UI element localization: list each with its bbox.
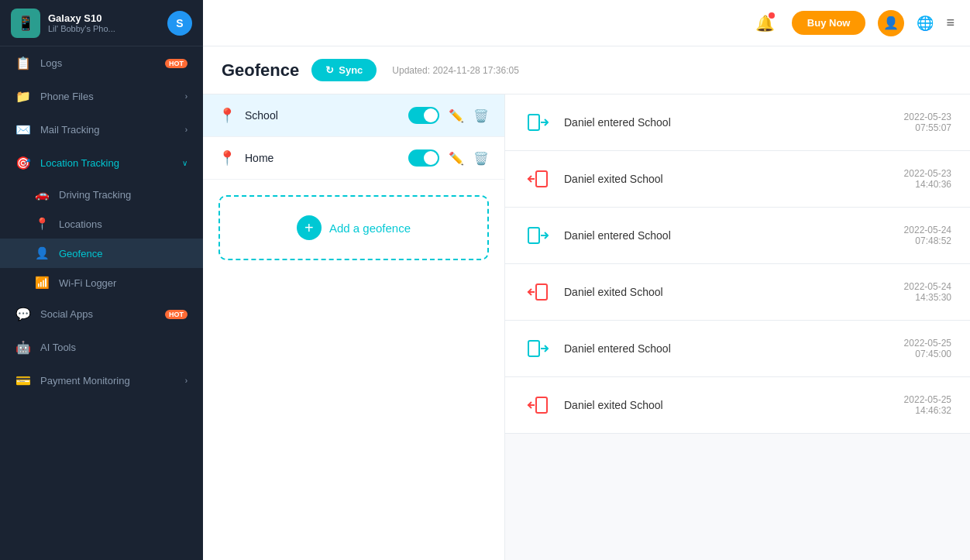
page-header: Geofence ↻ Sync Updated: 2024-11-28 17:3… — [203, 46, 970, 94]
notification-dot — [769, 12, 775, 19]
social-apps-hot-badge: HOT — [165, 310, 187, 319]
page-title: Geofence — [222, 60, 299, 81]
exit-icon — [524, 165, 552, 193]
sidebar: 📱 Galaxy S10 Lil' Bobby's Pho... S 📋 Log… — [0, 0, 203, 560]
add-geofence-plus-icon: + — [297, 215, 322, 240]
device-model: Galaxy S10 — [48, 12, 160, 24]
geofence-icon: 👤 — [34, 246, 50, 260]
sync-button[interactable]: ↻ Sync — [311, 59, 377, 81]
sync-circle-icon[interactable]: S — [167, 11, 192, 36]
sidebar-item-social-apps[interactable]: 💬 Social Apps HOT — [0, 297, 203, 331]
sidebar-item-social-apps-label: Social Apps — [40, 308, 156, 320]
event-timestamp: 2022-05-25 14:46:32 — [904, 394, 951, 416]
notification-button[interactable]: 🔔 — [752, 9, 779, 37]
sidebar-header: 📱 Galaxy S10 Lil' Bobby's Pho... S — [0, 0, 203, 46]
enter-icon — [524, 222, 552, 249]
sidebar-item-geofence-label: Geofence — [59, 248, 102, 259]
svg-rect-0 — [528, 115, 539, 130]
content-grid: 📍 School ✏️ 🗑️ 📍 Home ✏️ 🗑️ + — [203, 94, 970, 560]
geofence-toggle-home[interactable] — [408, 149, 439, 167]
topbar: 🔔 Buy Now 👤 🌐 ≡ — [203, 0, 970, 46]
location-tracking-icon: 🎯 — [15, 156, 31, 170]
sidebar-item-logs[interactable]: 📋 Logs HOT — [0, 46, 203, 80]
buy-now-button[interactable]: Buy Now — [792, 11, 866, 35]
sidebar-item-wifi-logger-label: Wi-Fi Logger — [59, 277, 116, 289]
event-row: Daniel entered School2022-05-24 07:48:52 — [505, 208, 970, 264]
sidebar-item-ai-tools-label: AI Tools — [40, 342, 187, 353]
sidebar-item-locations[interactable]: 📍 Locations — [0, 209, 203, 239]
phone-files-arrow-icon: › — [185, 92, 187, 101]
sidebar-item-mail-tracking[interactable]: ✉️ Mail Tracking › — [0, 113, 203, 146]
main-content: 🔔 Buy Now 👤 🌐 ≡ Geofence ↻ Sync Updated:… — [203, 0, 970, 560]
avatar-button[interactable]: 👤 — [878, 10, 904, 36]
exit-icon — [524, 278, 552, 306]
sidebar-item-logs-label: Logs — [40, 57, 156, 69]
location-tracking-arrow-icon: ∨ — [182, 159, 187, 167]
mail-tracking-arrow-icon: › — [185, 125, 187, 134]
logs-hot-badge: HOT — [165, 59, 187, 68]
sidebar-item-wifi-logger[interactable]: 📶 Wi-Fi Logger — [0, 268, 203, 297]
device-icon: 📱 — [11, 9, 40, 38]
more-button[interactable]: ≡ — [946, 15, 955, 31]
svg-rect-10 — [536, 397, 547, 413]
event-description: Daniel entered School — [564, 342, 892, 355]
event-row: Daniel entered School2022-05-25 07:45:00 — [505, 321, 970, 377]
wifi-logger-icon: 📶 — [34, 276, 50, 290]
sync-label: Sync — [339, 64, 363, 76]
geofence-edit-home-button[interactable]: ✏️ — [449, 151, 464, 166]
sidebar-item-driving-tracking[interactable]: 🚗 Driving Tracking — [0, 180, 203, 209]
updated-timestamp: Updated: 2024-11-28 17:36:05 — [392, 65, 518, 76]
ai-tools-icon: 🤖 — [15, 340, 31, 355]
sync-icon: ↻ — [325, 64, 334, 76]
locations-icon: 📍 — [34, 217, 50, 231]
sidebar-scroll: 📋 Logs HOT 📁 Phone Files › ✉️ Mail Track… — [0, 46, 203, 560]
event-timestamp: 2022-05-24 07:48:52 — [904, 225, 951, 246]
driving-tracking-icon: 🚗 — [34, 187, 50, 201]
sidebar-item-payment-monitoring[interactable]: 💳 Payment Monitoring › — [0, 364, 203, 397]
event-description: Daniel entered School — [564, 116, 892, 129]
sidebar-item-driving-tracking-label: Driving Tracking — [59, 189, 131, 201]
geofence-delete-school-button[interactable]: 🗑️ — [473, 108, 489, 123]
geofence-edit-school-button[interactable]: ✏️ — [449, 108, 464, 123]
geofence-delete-home-button[interactable]: 🗑️ — [473, 151, 489, 166]
event-timestamp: 2022-05-23 14:40:36 — [904, 168, 951, 190]
language-button[interactable]: 🌐 — [917, 15, 934, 32]
event-timestamp: 2022-05-24 14:35:30 — [904, 281, 951, 303]
sidebar-item-ai-tools[interactable]: 🤖 AI Tools — [0, 331, 203, 364]
sidebar-item-locations-label: Locations — [59, 218, 102, 230]
event-timestamp: 2022-05-23 07:55:07 — [904, 112, 951, 133]
sidebar-item-geofence[interactable]: 👤 Geofence — [0, 239, 203, 268]
add-geofence-button[interactable]: + Add a geofence — [218, 195, 489, 260]
sidebar-item-payment-monitoring-label: Payment Monitoring — [40, 375, 176, 387]
payment-monitoring-arrow-icon: › — [185, 376, 187, 385]
geofence-item-home[interactable]: 📍 Home ✏️ 🗑️ — [203, 137, 504, 180]
event-timestamp: 2022-05-25 07:45:00 — [904, 338, 951, 359]
event-description: Daniel exited School — [564, 399, 892, 411]
svg-rect-2 — [536, 171, 547, 187]
sidebar-item-location-tracking-label: Location Tracking — [40, 157, 173, 169]
device-owner: Lil' Bobby's Pho... — [48, 24, 160, 33]
sidebar-item-phone-files[interactable]: 📁 Phone Files › — [0, 80, 203, 113]
event-row: Daniel exited School2022-05-25 14:46:32 — [505, 377, 970, 434]
svg-rect-6 — [536, 284, 547, 300]
device-info: Galaxy S10 Lil' Bobby's Pho... — [48, 12, 160, 33]
logs-icon: 📋 — [15, 56, 31, 70]
mail-tracking-icon: ✉️ — [15, 122, 31, 137]
phone-files-icon: 📁 — [15, 89, 31, 104]
events-panel: Daniel entered School2022-05-23 07:55:07… — [505, 94, 970, 560]
geofence-pin-school-icon: 📍 — [218, 107, 236, 124]
geofence-pin-home-icon: 📍 — [218, 149, 236, 167]
sidebar-item-location-tracking[interactable]: 🎯 Location Tracking ∨ — [0, 146, 203, 180]
event-description: Daniel exited School — [564, 286, 892, 298]
sidebar-item-phone-files-label: Phone Files — [40, 91, 176, 102]
geofence-item-school[interactable]: 📍 School ✏️ 🗑️ — [203, 94, 504, 137]
enter-icon — [524, 335, 552, 362]
geofence-toggle-school[interactable] — [408, 107, 439, 124]
social-apps-icon: 💬 — [15, 307, 31, 321]
enter-icon — [524, 108, 552, 136]
event-row: Daniel exited School2022-05-23 14:40:36 — [505, 151, 970, 208]
sidebar-item-mail-tracking-label: Mail Tracking — [40, 124, 176, 136]
event-description: Daniel entered School — [564, 229, 892, 242]
geofence-name-school: School — [245, 109, 399, 122]
event-row: Daniel entered School2022-05-23 07:55:07 — [505, 94, 970, 151]
